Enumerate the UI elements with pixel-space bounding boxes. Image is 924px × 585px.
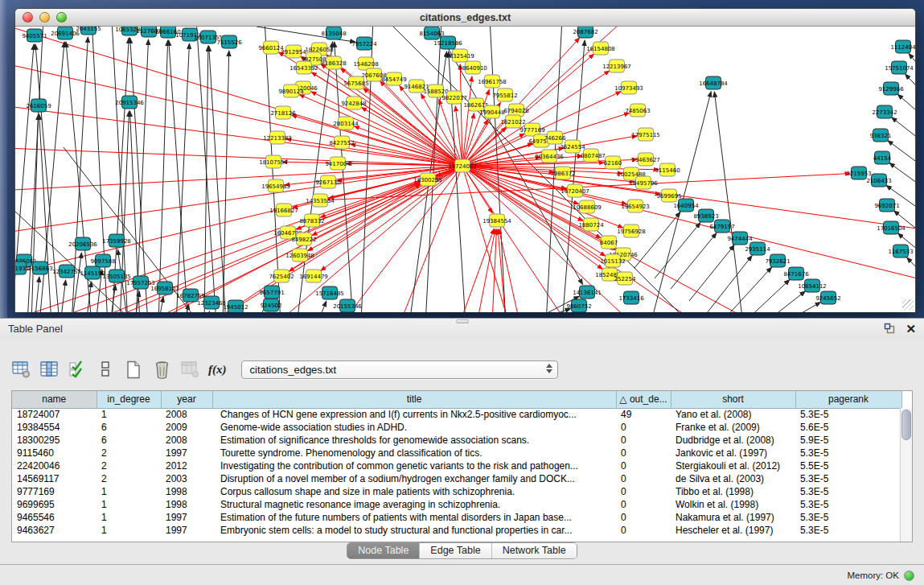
table-cell[interactable]: 1997 <box>161 524 212 537</box>
table-cell[interactable]: 14569117 <box>12 472 97 485</box>
table-cell[interactable]: 0 <box>616 472 671 485</box>
graph-node[interactable]: 14136141 <box>573 286 602 299</box>
graph-node[interactable]: 10688609 <box>573 200 602 213</box>
graph-node[interactable]: 7932621 <box>765 254 790 267</box>
table-cell[interactable]: 1998 <box>161 498 212 511</box>
table-cell[interactable]: 0 <box>616 434 671 447</box>
table-cell[interactable]: 9777169 <box>12 485 97 498</box>
graph-node[interactable]: 746266 <box>544 131 566 144</box>
table-cell[interactable]: Dudbridge et al. (2008) <box>671 434 795 447</box>
table-cell[interactable]: 1 <box>97 408 161 421</box>
graph-node[interactable]: 44154 <box>873 151 892 164</box>
column-header-name[interactable]: name <box>12 391 97 408</box>
table-cell[interactable]: 1998 <box>161 485 212 498</box>
table-cell[interactable]: 9465546 <box>12 511 97 524</box>
panel-divider-grip[interactable] <box>456 319 469 323</box>
table-cell[interactable]: Genome-wide association studies in ADHD. <box>212 421 616 434</box>
table-cell[interactable]: 5.5E-5 <box>795 459 901 472</box>
graph-node[interactable]: 924502 <box>261 299 282 311</box>
table-cell[interactable]: 1997 <box>161 447 212 459</box>
table-cell[interactable]: 1 <box>97 498 161 511</box>
close-window-icon[interactable] <box>23 12 33 23</box>
graph-node[interactable]: 20206536 <box>68 237 97 250</box>
table-cell[interactable]: Estimation of the future numbers of pati… <box>212 511 616 524</box>
graph-node[interactable]: 1733416 <box>618 291 644 304</box>
graph-node[interactable]: 12213967 <box>602 60 631 72</box>
graph-node[interactable]: 9115460 <box>655 163 680 176</box>
graph-node[interactable]: 7955812 <box>492 89 517 101</box>
graph-node[interactable]: 18107554 <box>259 155 288 168</box>
table-row[interactable]: 969969511998Structural magnetic resonanc… <box>12 498 901 511</box>
table-cell[interactable]: Stergiakouli et al. (2012) <box>671 459 795 472</box>
table-cell[interactable]: 1 <box>97 511 161 524</box>
graph-node[interactable]: 19756928 <box>617 225 646 237</box>
graph-node[interactable]: 18640910 <box>458 61 487 74</box>
graph-node[interactable]: 938321 <box>870 129 892 142</box>
table-cell[interactable]: Hescheler et al. (1997) <box>671 524 795 537</box>
table-cell[interactable]: 0 <box>616 447 671 459</box>
graph-node[interactable]: 3624554 <box>560 140 585 153</box>
table-cell[interactable]: 5.9E-5 <box>795 434 901 447</box>
graph-node[interactable]: 9417004 <box>325 157 351 170</box>
table-cell[interactable]: de Silva et al. (2003) <box>671 472 795 485</box>
minimize-window-icon[interactable] <box>39 12 50 23</box>
column-header-in_degree[interactable]: in_degree <box>97 391 161 408</box>
table-cell[interactable]: 5.3E-5 <box>795 472 901 485</box>
column-header-out_de[interactable]: △ out_de... <box>616 391 671 408</box>
table-cell[interactable]: 0 <box>616 485 671 498</box>
tab-network-table[interactable]: Network Table <box>492 543 577 558</box>
graph-node[interactable]: 9699695 <box>656 189 681 202</box>
graph-node[interactable]: 15716485 <box>315 286 344 299</box>
window-titlebar[interactable]: citations_edges.txt <box>15 9 915 27</box>
function-builder-icon[interactable]: f(x) <box>208 363 227 377</box>
table-cell[interactable]: 6 <box>97 434 161 447</box>
row-height-icon[interactable] <box>96 360 115 379</box>
table-cell[interactable]: 5.3E-5 <box>795 447 901 459</box>
new-table-icon[interactable] <box>124 360 143 379</box>
table-settings-icon[interactable] <box>11 360 31 379</box>
table-cell[interactable]: Changes of HCN gene expression and I(f) … <box>212 408 616 421</box>
column-header-short[interactable]: short <box>671 391 795 408</box>
graph-node[interactable]: 17359928 <box>102 234 131 247</box>
graph-node[interactable]: 19463627 <box>631 153 660 166</box>
tab-node-table[interactable]: Node Table <box>347 543 420 558</box>
table-cell[interactable]: 1 <box>97 524 161 537</box>
table-cell[interactable]: 0 <box>616 459 671 472</box>
table-cell[interactable]: Corpus callosum shape and size in male p… <box>212 485 616 498</box>
table-cell[interactable]: 5.3E-5 <box>795 524 901 537</box>
graph-node[interactable]: 20364436 <box>535 150 564 163</box>
table-cell[interactable]: 1 <box>97 485 161 498</box>
graph-node[interactable]: 15751074 <box>885 61 914 74</box>
table-row[interactable]: 946362711997Embryonic stem cells: a mode… <box>12 524 901 537</box>
delete-table-icon[interactable] <box>152 360 171 379</box>
table-cell[interactable]: Tibbo et al. (1998) <box>671 485 795 498</box>
table-scrollbar[interactable] <box>900 408 912 542</box>
table-row[interactable]: 1872400712008Changes of HCN gene express… <box>12 408 901 421</box>
graph-node[interactable]: 10807487 <box>577 149 606 162</box>
table-cell[interactable]: Disruption of a novel member of a sodium… <box>212 472 616 485</box>
float-panel-icon[interactable] <box>884 323 896 335</box>
graph-node[interactable]: 9692071 <box>874 199 899 212</box>
table-cell[interactable]: 5.3E-5 <box>795 408 901 421</box>
table-cell[interactable]: 0 <box>616 498 671 511</box>
graph-node[interactable]: 12342757 <box>52 265 81 278</box>
graph-node[interactable]: 84067 <box>600 236 618 249</box>
scrollbar-thumb[interactable] <box>901 410 911 440</box>
table-cell[interactable]: 18300295 <box>12 434 97 447</box>
graph-node[interactable]: 2087682 <box>573 27 598 38</box>
graph-node[interactable]: 16648784 <box>699 76 728 89</box>
graph-node[interactable]: 9245652 <box>815 291 840 304</box>
graph-node[interactable]: 7625402 <box>269 270 294 282</box>
graph-node[interactable]: 10654112 <box>798 279 827 292</box>
table-cell[interactable]: 6 <box>97 421 161 434</box>
graph-node[interactable]: 1112404 <box>890 40 915 53</box>
tab-edge-table[interactable]: Edge Table <box>420 543 491 558</box>
column-header-year[interactable]: year <box>161 391 212 408</box>
graph-node[interactable]: 19166827 <box>269 204 298 216</box>
table-cell[interactable]: 9699695 <box>12 498 97 511</box>
column-header-pagerank[interactable]: pagerank <box>795 391 901 408</box>
select-all-icon[interactable] <box>68 360 87 379</box>
table-cell[interactable]: Embryonic stem cells: a model to study s… <box>212 524 616 537</box>
table-cell[interactable]: 1997 <box>161 511 212 524</box>
table-cell[interactable]: Estimation of significance thresholds fo… <box>212 434 616 447</box>
